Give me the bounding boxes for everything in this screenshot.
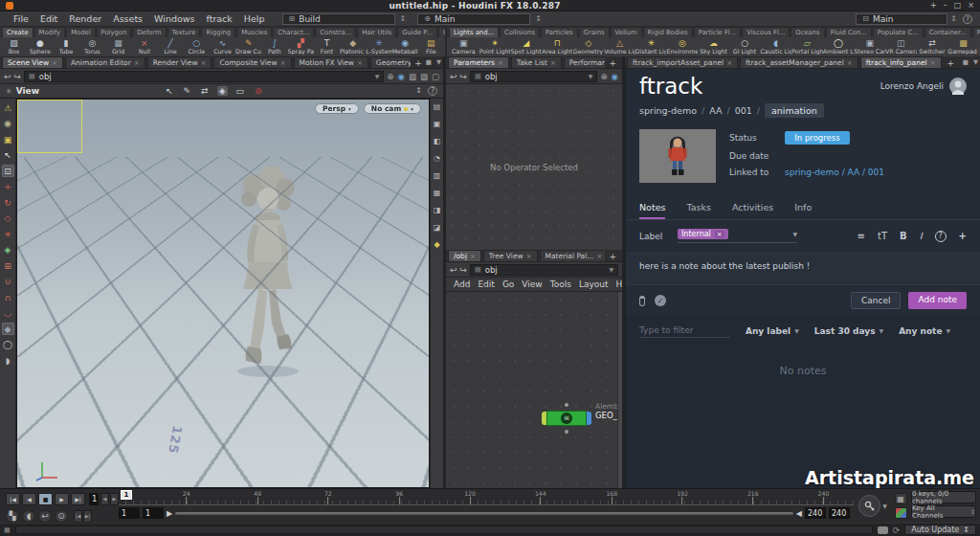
viewport-option-icon[interactable]: ◔ bbox=[434, 154, 440, 163]
breadcrumb-item[interactable]: 001 bbox=[735, 105, 752, 116]
network-menu-item[interactable]: Layout bbox=[579, 279, 609, 289]
view-tool-icon[interactable]: ◈ bbox=[217, 86, 228, 96]
window-control-button[interactable]: □ bbox=[954, 1, 962, 11]
shelf-tool[interactable]: ◉ Metaball bbox=[392, 38, 418, 56]
shelf-tab[interactable]: Vellum bbox=[611, 27, 642, 37]
avatar[interactable] bbox=[949, 78, 967, 95]
shelf-tool[interactable]: △ Volume Light bbox=[604, 38, 635, 56]
network-menu-item[interactable]: Tools bbox=[550, 279, 571, 289]
shelf-tab[interactable]: Fluid Con... bbox=[826, 27, 872, 37]
pane-square-icon[interactable]: ■ bbox=[426, 58, 432, 66]
help-icon[interactable]: ? bbox=[963, 14, 972, 24]
key-scope-dropdown[interactable]: Key All Channels ↕ bbox=[911, 505, 976, 518]
viewport-option-icon[interactable]: ▣ bbox=[434, 120, 441, 128]
pane-tab[interactable]: Performance Monitor × bbox=[564, 56, 606, 68]
pane-tab[interactable]: Parameters × bbox=[448, 56, 509, 68]
playback-button[interactable]: ◀ bbox=[22, 493, 36, 505]
viewport-tool-icon[interactable]: ◯ bbox=[2, 339, 14, 351]
remove-chip-icon[interactable]: × bbox=[715, 231, 724, 238]
node-display-flag[interactable] bbox=[587, 412, 591, 425]
viewport-option-icon[interactable]: ◪ bbox=[434, 223, 441, 232]
editor-tool-icon[interactable]: ≡ bbox=[858, 231, 865, 241]
viewport-option-icon[interactable]: ◨ bbox=[434, 206, 441, 214]
editor-tool-icon[interactable]: tT bbox=[878, 231, 887, 241]
shelf-tab[interactable]: Hair Utils bbox=[357, 27, 396, 37]
range-start-field[interactable]: 1 bbox=[119, 507, 140, 519]
add-note-button[interactable]: Add note bbox=[908, 292, 967, 309]
close-icon[interactable]: × bbox=[526, 253, 532, 260]
node-body[interactable]: ☠ bbox=[546, 411, 587, 426]
shelf-tool[interactable]: ▩ Gamepad Camera bbox=[947, 38, 979, 56]
shelf-tool[interactable]: ▞ Spray Paint bbox=[288, 38, 314, 56]
shelf-tool[interactable]: ☁ Sky Light bbox=[698, 38, 729, 56]
ftrack-tab[interactable]: Notes bbox=[639, 202, 665, 219]
shelf-tool[interactable]: ⊓ Area Light bbox=[542, 38, 573, 56]
status-badge[interactable]: In progress bbox=[785, 131, 850, 145]
pane-tab[interactable]: Geometry Spreadsheet × bbox=[370, 56, 411, 68]
shelf-tool[interactable]: ☀ Distant Light bbox=[635, 38, 667, 56]
shelf-tab[interactable]: Deform bbox=[132, 27, 166, 37]
viewport-option-icon[interactable]: ▦ bbox=[434, 189, 441, 197]
shelf-tool[interactable]: ◇ Geometry Light bbox=[573, 38, 605, 56]
viewport-tool-icon[interactable]: ◡ bbox=[2, 307, 14, 320]
pane-tab[interactable]: ftrack_info_panel × bbox=[860, 56, 942, 68]
viewport-tool-icon[interactable]: ◆ bbox=[2, 323, 14, 335]
key-jump-button[interactable]: ▶| bbox=[83, 510, 92, 523]
network-menu-item[interactable]: Edit bbox=[478, 279, 494, 289]
shelf-tab[interactable]: Modify bbox=[34, 27, 66, 37]
shelf-tool[interactable]: ▱ Portal Light bbox=[791, 38, 823, 56]
current-frame-field[interactable]: 1 bbox=[89, 493, 99, 505]
shelf-tool[interactable]: ◎ Torus bbox=[79, 38, 105, 56]
camera-select-button[interactable]: No cam ▾ bbox=[364, 103, 421, 114]
pane-tab[interactable]: Material Pal... × bbox=[540, 250, 606, 261]
network-menu-item[interactable]: Go bbox=[502, 279, 514, 289]
filter-dropdown[interactable]: Any note ▼ bbox=[899, 326, 950, 336]
view-tool-icon[interactable]: ⇄ bbox=[199, 86, 211, 96]
view-tool-icon[interactable]: ✎ bbox=[182, 86, 193, 96]
back-icon[interactable]: ↩ bbox=[450, 265, 457, 275]
playbar-option-icon[interactable]: ◖ bbox=[22, 510, 35, 523]
shelf-tab[interactable]: Grains bbox=[579, 27, 610, 37]
viewport-tool-icon[interactable]: ▣ bbox=[2, 133, 14, 145]
scoped-channels-icon[interactable]: ▦ bbox=[895, 493, 907, 504]
viewport-tool-icon[interactable]: ◉ bbox=[2, 118, 14, 130]
viewport-option-icon[interactable]: ◧ bbox=[434, 137, 441, 145]
completable-check-icon[interactable]: ✓ bbox=[655, 295, 666, 306]
viewport-option-icon[interactable]: ◆ bbox=[434, 240, 439, 249]
shelf-tab[interactable]: Particle Fl... bbox=[694, 27, 742, 37]
shelf-tool[interactable]: ✶ Point Light bbox=[479, 38, 511, 56]
close-icon[interactable]: × bbox=[134, 59, 140, 67]
path-bar-icon[interactable]: ▨ bbox=[420, 72, 428, 81]
shelf-tool[interactable]: ✳ L-System bbox=[366, 38, 391, 56]
close-icon[interactable]: × bbox=[357, 59, 363, 67]
menu-item[interactable]: ftrack bbox=[200, 12, 237, 25]
window-control-button[interactable]: + bbox=[930, 1, 937, 11]
shelf-tool[interactable]: ◯ Ambient Light bbox=[823, 38, 855, 56]
new-tab-button[interactable]: + bbox=[944, 58, 959, 68]
shelf-tool[interactable]: × Null bbox=[131, 38, 157, 56]
window-control-button[interactable]: × bbox=[968, 1, 974, 11]
shelf-tool[interactable]: ▣ Camera bbox=[448, 38, 479, 56]
geo-node[interactable]: ☠ Alembic Arc GEO_Geom bbox=[542, 411, 591, 426]
main-selector[interactable]: ⊕ Main bbox=[417, 13, 530, 25]
menu-item[interactable]: Help bbox=[238, 12, 271, 25]
shelf-tool[interactable]: ◖ Caustic Light bbox=[760, 38, 791, 56]
close-icon[interactable]: × bbox=[847, 59, 853, 67]
linked-to-value[interactable]: spring-demo / AA / 001 bbox=[785, 168, 884, 177]
shelf-tab[interactable]: Collisions bbox=[500, 27, 540, 37]
close-icon[interactable]: × bbox=[280, 59, 286, 67]
shelf-tool[interactable]: ● Sphere bbox=[27, 38, 53, 56]
pane-menu-icon[interactable]: ▼ bbox=[436, 58, 441, 66]
message-bubble-icon[interactable] bbox=[878, 526, 888, 534]
close-icon[interactable]: × bbox=[201, 59, 207, 67]
frame-step-button[interactable]: ▶ bbox=[110, 493, 119, 505]
desktop-spinner-icon[interactable]: ↕ bbox=[950, 14, 957, 23]
close-icon[interactable]: × bbox=[596, 253, 602, 260]
playback-button[interactable]: ■ bbox=[38, 493, 53, 505]
pane-tab[interactable]: Tree View × bbox=[483, 250, 538, 261]
viewport-tool-icon[interactable]: ∩ bbox=[2, 291, 14, 303]
playback-button[interactable]: ▶ bbox=[55, 493, 69, 505]
range-end-field[interactable]: 240 bbox=[829, 507, 850, 519]
auto-update-dropdown[interactable]: Auto Update ↕ bbox=[904, 525, 976, 535]
shelf-tool[interactable]: ✎ Draw Curve bbox=[235, 38, 261, 56]
